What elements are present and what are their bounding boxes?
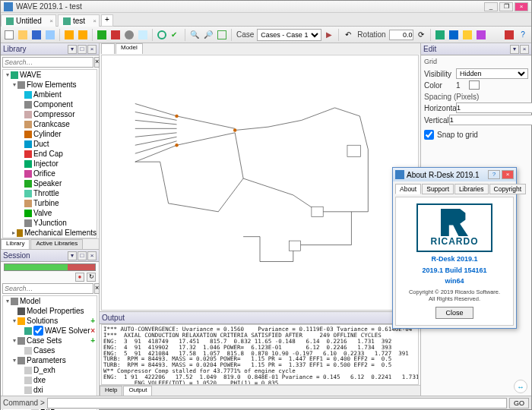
tree-item[interactable]: ▾Solutions+ <box>3 316 97 326</box>
session-refresh-button[interactable]: ↻ <box>87 273 96 282</box>
dialog-close-button[interactable]: × <box>502 170 514 179</box>
tree-twisty-icon[interactable]: ▸ <box>11 229 17 236</box>
undo-icon[interactable] <box>63 29 75 41</box>
model-canvas[interactable] <box>101 55 419 311</box>
rotate-step-icon[interactable]: ⟳ <box>415 29 427 41</box>
tree-action-icon[interactable]: × <box>90 326 97 335</box>
session-tree[interactable]: ▾ModelModel Properties▾Solutions+WAVE So… <box>2 295 97 410</box>
tab-copyright[interactable]: Copyright <box>489 184 526 194</box>
tree-item[interactable]: dxe <box>3 375 97 385</box>
script-icon[interactable] <box>137 29 149 41</box>
rotate-left-icon[interactable]: ↶ <box>342 29 354 41</box>
panel-undock-button[interactable]: □ <box>78 45 87 54</box>
tree-item[interactable]: WAVE Solver× <box>3 326 97 336</box>
tree-item[interactable]: Crankcase <box>3 119 97 129</box>
tree-item[interactable]: Injector <box>3 159 97 169</box>
close-icon[interactable]: × <box>49 17 53 24</box>
tree-item[interactable]: Component <box>3 99 97 109</box>
run-icon[interactable] <box>96 29 108 41</box>
copy-icon[interactable] <box>44 29 56 41</box>
panel-close-button[interactable]: × <box>87 251 97 260</box>
tree-item[interactable]: YJunction <box>3 218 97 228</box>
tree-item[interactable]: ▾WAVE <box>3 70 97 80</box>
teamviewer-icon[interactable]: ↔ <box>514 380 527 393</box>
doc-tab-test[interactable]: test× <box>58 14 100 27</box>
gear-icon[interactable] <box>123 29 135 41</box>
check-icon[interactable]: ✔ <box>169 29 182 41</box>
panel-menu-button[interactable]: ▾ <box>68 251 77 260</box>
tree-item[interactable]: ▸Mechanical Elements <box>3 228 97 238</box>
tree-item[interactable]: Orifice <box>3 169 97 178</box>
tree-item[interactable]: Throttle <box>3 188 97 198</box>
view-d-icon[interactable] <box>475 29 487 41</box>
new-icon[interactable] <box>3 29 15 41</box>
snap-checkbox[interactable] <box>424 130 434 140</box>
tree-action-icon[interactable]: + <box>90 317 97 325</box>
library-search-input[interactable] <box>2 57 93 68</box>
command-input[interactable] <box>47 398 507 408</box>
case-next-icon[interactable]: ▶ <box>323 29 335 41</box>
tree-item[interactable]: Valve <box>3 208 97 218</box>
chart-icon[interactable] <box>503 29 515 41</box>
about-close-button[interactable]: Close <box>435 307 473 319</box>
stop-icon[interactable] <box>109 29 122 41</box>
tree-item[interactable]: Speaker <box>3 178 97 188</box>
close-button[interactable]: × <box>515 2 528 11</box>
tree-item[interactable]: Model Properties <box>3 306 97 316</box>
view-a-icon[interactable] <box>434 29 446 41</box>
tab-about[interactable]: About <box>395 184 421 194</box>
library-tree[interactable]: ▾WAVE▾Flow ElementsAmbientComponentCompr… <box>2 69 97 238</box>
tree-item[interactable]: Compressor <box>3 109 97 119</box>
tree-twisty-icon[interactable]: ▾ <box>11 317 17 324</box>
help-icon[interactable]: ? <box>517 29 529 41</box>
tree-twisty-icon[interactable]: ▾ <box>5 298 11 304</box>
session-stop-button[interactable]: ● <box>75 273 84 282</box>
tree-twisty-icon[interactable]: ▾ <box>11 81 17 88</box>
tree-action-icon[interactable]: + <box>90 336 97 345</box>
tree-item[interactable]: ▾Model <box>3 296 97 306</box>
tree-item[interactable]: Turbine <box>3 198 97 208</box>
view-b-icon[interactable] <box>448 29 460 41</box>
refresh-icon[interactable] <box>156 29 168 41</box>
tree-item[interactable]: D_exh <box>3 365 97 375</box>
tree-item[interactable]: Cases <box>3 345 97 355</box>
tree-twisty-icon[interactable]: ▾ <box>11 337 17 344</box>
visibility-select[interactable]: Hidden <box>456 68 528 79</box>
zoom-fit-icon[interactable] <box>216 29 228 41</box>
panel-menu-button[interactable]: ▾ <box>510 45 519 54</box>
tab-support[interactable]: Support <box>422 184 454 194</box>
tree-item[interactable]: Duct <box>3 139 97 149</box>
close-icon[interactable]: × <box>93 17 97 24</box>
color-swatch[interactable] <box>469 80 480 90</box>
tab-help[interactable]: Help <box>100 386 122 396</box>
tree-item[interactable]: Ambient <box>3 90 97 99</box>
rotation-input[interactable] <box>389 30 413 40</box>
zoom-in-icon[interactable]: 🔍 <box>188 29 201 41</box>
go-button[interactable]: GO <box>509 398 529 408</box>
panel-menu-button[interactable]: ▾ <box>68 45 77 54</box>
canvas-tab-blank[interactable] <box>101 43 115 54</box>
zoom-out-icon[interactable]: 🔎 <box>202 29 214 41</box>
panel-close-button[interactable]: × <box>87 45 97 54</box>
horizontal-input[interactable] <box>456 102 532 113</box>
tree-item[interactable]: dxi <box>3 385 97 395</box>
tree-item[interactable]: ▾Parameters <box>3 355 97 365</box>
session-search-input[interactable] <box>2 283 93 294</box>
minimize-button[interactable]: _ <box>484 2 498 11</box>
canvas-tab-model[interactable]: Model <box>116 43 143 54</box>
panel-close-button[interactable]: × <box>520 45 529 54</box>
tab-output[interactable]: Output <box>123 386 152 396</box>
tab-library[interactable]: Library <box>1 239 30 249</box>
doc-tab-untitled[interactable]: Untitled× <box>1 14 56 27</box>
dialog-help-button[interactable]: ? <box>488 170 500 179</box>
tab-libraries[interactable]: Libraries <box>454 184 489 194</box>
redo-icon[interactable] <box>77 29 89 41</box>
open-icon[interactable] <box>17 29 29 41</box>
view-c-icon[interactable] <box>461 29 473 41</box>
panel-undock-button[interactable]: □ <box>78 251 87 260</box>
tree-item[interactable]: Cylinder <box>3 129 97 139</box>
maximize-button[interactable]: ❐ <box>499 2 513 11</box>
case-select[interactable]: Cases - Case 1 <box>257 29 321 41</box>
tree-checkbox[interactable] <box>33 326 43 336</box>
tree-item[interactable]: End Cap <box>3 149 97 159</box>
